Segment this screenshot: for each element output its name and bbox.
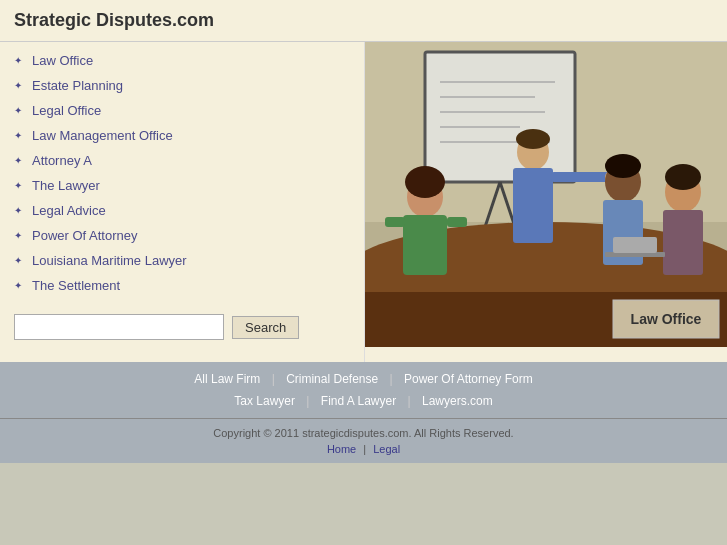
- svg-point-19: [516, 129, 550, 149]
- footer-link-legal[interactable]: Legal: [373, 443, 400, 455]
- svg-rect-30: [613, 237, 657, 253]
- sidebar-item-label: Legal Office: [32, 103, 101, 118]
- content-area: Law Office: [365, 42, 727, 362]
- site-title: Strategic Disputes.com: [14, 10, 713, 31]
- svg-rect-20: [513, 168, 553, 243]
- sidebar-item-label: Louisiana Maritime Lawyer: [32, 253, 187, 268]
- svg-rect-15: [403, 215, 447, 275]
- bullet-icon: ✦: [14, 80, 28, 91]
- sidebar-item-louisiana-maritime-lawyer[interactable]: ✦ Louisiana Maritime Lawyer: [0, 248, 364, 273]
- link-row-2: Tax Lawyer | Find A Lawyer | Lawyers.com: [0, 390, 727, 412]
- sidebar-item-the-lawyer[interactable]: ✦ The Lawyer: [0, 173, 364, 198]
- site-header: Strategic Disputes.com: [0, 0, 727, 42]
- link-power-of-attorney-form[interactable]: Power Of Attorney Form: [404, 372, 533, 386]
- hero-image: Law Office: [365, 42, 727, 347]
- link-find-a-lawyer[interactable]: Find A Lawyer: [321, 394, 396, 408]
- main-content: ✦ Law Office ✦ Estate Planning ✦ Legal O…: [0, 42, 727, 362]
- sidebar-item-legal-office[interactable]: ✦ Legal Office: [0, 98, 364, 123]
- link-lawyers-com[interactable]: Lawyers.com: [422, 394, 493, 408]
- sidebar-item-law-management-office[interactable]: ✦ Law Management Office: [0, 123, 364, 148]
- sidebar-item-label: Law Management Office: [32, 128, 173, 143]
- footer-link-home[interactable]: Home: [327, 443, 356, 455]
- link-row-1: All Law Firm | Criminal Defense | Power …: [0, 368, 727, 390]
- bullet-icon: ✦: [14, 205, 28, 216]
- sidebar-item-label: The Settlement: [32, 278, 120, 293]
- copyright-text: Copyright © 2011 strategicdisputes.com. …: [8, 427, 719, 439]
- svg-point-27: [665, 164, 701, 190]
- bottom-links-bar: All Law Firm | Criminal Defense | Power …: [0, 362, 727, 418]
- sidebar-item-label: Legal Advice: [32, 203, 106, 218]
- bullet-icon: ✦: [14, 55, 28, 66]
- footer-links: Home | Legal: [8, 443, 719, 455]
- link-all-law-firm[interactable]: All Law Firm: [194, 372, 260, 386]
- sidebar-item-legal-advice[interactable]: ✦ Legal Advice: [0, 198, 364, 223]
- sidebar-item-label: Estate Planning: [32, 78, 123, 93]
- sidebar: ✦ Law Office ✦ Estate Planning ✦ Legal O…: [0, 42, 365, 362]
- sidebar-item-label: Law Office: [32, 53, 93, 68]
- sidebar-item-power-of-attorney[interactable]: ✦ Power Of Attorney: [0, 223, 364, 248]
- svg-rect-2: [425, 52, 575, 182]
- svg-point-24: [605, 154, 641, 178]
- sidebar-item-attorney-a[interactable]: ✦ Attorney A: [0, 148, 364, 173]
- bullet-icon: ✦: [14, 280, 28, 291]
- link-tax-lawyer[interactable]: Tax Lawyer: [234, 394, 295, 408]
- svg-rect-17: [447, 217, 467, 227]
- bullet-icon: ✦: [14, 105, 28, 116]
- search-input[interactable]: [14, 314, 224, 340]
- search-button[interactable]: Search: [232, 316, 299, 339]
- sidebar-item-label: Attorney A: [32, 153, 92, 168]
- sidebar-item-label: Power Of Attorney: [32, 228, 138, 243]
- link-criminal-defense[interactable]: Criminal Defense: [286, 372, 378, 386]
- svg-text:Law Office: Law Office: [631, 311, 702, 327]
- sidebar-item-estate-planning[interactable]: ✦ Estate Planning: [0, 73, 364, 98]
- bullet-icon: ✦: [14, 230, 28, 241]
- bullet-icon: ✦: [14, 155, 28, 166]
- sidebar-item-law-office[interactable]: ✦ Law Office: [0, 48, 364, 73]
- search-area: Search: [0, 298, 364, 356]
- svg-rect-21: [551, 172, 611, 182]
- svg-rect-28: [663, 210, 703, 275]
- bullet-icon: ✦: [14, 255, 28, 266]
- bullet-icon: ✦: [14, 130, 28, 141]
- svg-point-14: [405, 166, 445, 198]
- svg-rect-16: [385, 217, 405, 227]
- sidebar-item-the-settlement[interactable]: ✦ The Settlement: [0, 273, 364, 298]
- bullet-icon: ✦: [14, 180, 28, 191]
- sidebar-item-label: The Lawyer: [32, 178, 100, 193]
- footer: Copyright © 2011 strategicdisputes.com. …: [0, 418, 727, 463]
